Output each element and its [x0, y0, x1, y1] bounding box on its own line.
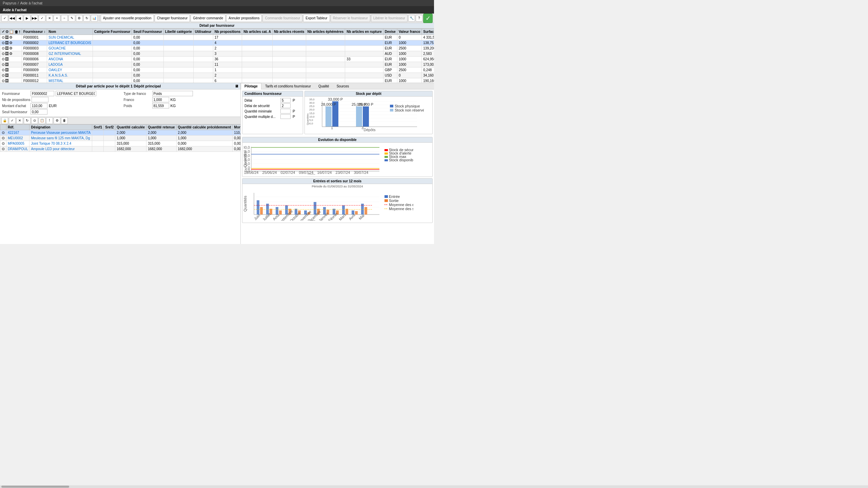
col-fournisseur[interactable]: Fournisseur ↕: [22, 29, 47, 35]
table-row[interactable]: ⊙ 🖼 ⚙ F0000008 GZ INTERNATIONAL 0,00 3 A…: [0, 51, 434, 57]
detail-table-row[interactable]: ⊙ MEU0002 Meuleuse sans fil 125 mm MAKIT…: [0, 136, 241, 141]
col-nbRec[interactable]: Nb articles récents: [273, 29, 306, 35]
qte-min-input[interactable]: [280, 109, 291, 114]
col-libelle[interactable]: Libellé catégorie: [163, 29, 193, 35]
tab-pilotage[interactable]: Pilotage: [241, 83, 261, 89]
breadcrumb-app[interactable]: Papyrus: [3, 1, 16, 5]
generer-commande-btn[interactable]: Générer commande: [191, 15, 225, 22]
liberer-fournisseur-btn[interactable]: Libérer le fournisseur: [371, 15, 408, 22]
detail-row-icon[interactable]: ⊙: [2, 147, 5, 151]
row-info-icon[interactable]: ⊙: [2, 52, 5, 56]
franco-input[interactable]: [152, 97, 169, 102]
annuler-propositions-btn[interactable]: Annuler propositions: [226, 15, 262, 22]
row-info-icon[interactable]: ⊙: [2, 62, 5, 67]
col-devise[interactable]: Devise: [383, 29, 397, 35]
detail-info-btn[interactable]: ⊙: [31, 117, 38, 124]
detail-warn-btn[interactable]: !: [46, 117, 53, 124]
row-info-icon[interactable]: ⊙: [2, 35, 5, 40]
detail-col-sref1[interactable]: Sref1: [92, 125, 104, 130]
table-row[interactable]: ⊙ 🖼 ⚙ F0000001 SUN CHEMICAL 0,00 17 EUR …: [0, 35, 434, 40]
nav-last-btn[interactable]: ▶▶: [31, 15, 38, 22]
qte-mult-input[interactable]: [280, 114, 291, 119]
type-franco-input[interactable]: [152, 91, 193, 96]
table-row[interactable]: ⊙ 🖼 F0000009 OAKLEY 0,00 1 GBP 2500 0,24…: [0, 67, 434, 73]
uncheck-btn[interactable]: ✕: [46, 15, 53, 22]
row-info-icon[interactable]: ⊙: [2, 73, 5, 78]
col-cat[interactable]: Catégorie Fournisseur: [93, 29, 132, 35]
row-info-icon[interactable]: ⊙: [2, 79, 5, 83]
nav-next-btn[interactable]: ▶: [24, 15, 31, 22]
detail-col-sref2[interactable]: Sref2: [104, 125, 115, 130]
fournisseur-name-input[interactable]: [56, 91, 96, 96]
detail-header-icon[interactable]: 🖥: [235, 84, 238, 88]
refresh-btn[interactable]: ↻: [83, 15, 90, 22]
seuil-input[interactable]: [31, 109, 47, 115]
chart-btn[interactable]: 📊: [91, 15, 98, 22]
nb-prop-input[interactable]: [32, 97, 48, 102]
nav-first-btn[interactable]: ◀◀: [9, 15, 16, 22]
add-proposition-btn[interactable]: Ajouter une nouvelle proposition: [101, 15, 154, 22]
detail-delete-btn[interactable]: 🗑: [61, 117, 68, 124]
table-row[interactable]: ⊙ 🖼 ⚙ F0000002 LEFRANC ET BOURGEOIS 0,00…: [0, 40, 434, 46]
tab-sources[interactable]: Sources: [333, 83, 353, 89]
detail-uncheck-btn[interactable]: ✕: [16, 117, 23, 124]
detail-col-qret[interactable]: Quantité retenue: [146, 125, 176, 130]
detail-check-btn[interactable]: ✓: [9, 117, 16, 124]
fournisseur-grid[interactable]: ✓⊙📋🗑! Fournisseur ↕ Nom Catégorie Fourni…: [0, 28, 434, 83]
breadcrumb-page[interactable]: Aide à l'achat: [20, 1, 42, 5]
check-all-btn[interactable]: ✓: [1, 15, 8, 22]
fournisseur-code-input[interactable]: [31, 91, 54, 96]
nav-prev-btn[interactable]: ◀: [16, 15, 23, 22]
detail-grid[interactable]: Réf. Désignation Sref1 Sref2 Quantité ca…: [0, 124, 240, 244]
delai-input[interactable]: [280, 98, 291, 103]
col-seuil[interactable]: Seuil Fournisseur: [132, 29, 163, 35]
detail-col-montant[interactable]: Montant: [233, 125, 240, 130]
table-row[interactable]: ⊙ 🖼 F0000011 K.A.N.S.A.S. 0,00 2 USD 0 3…: [0, 73, 434, 78]
settings-btn[interactable]: ⚙: [76, 15, 83, 22]
export-tableur-btn[interactable]: Export Tableur: [303, 15, 330, 22]
tab-tarifs[interactable]: Tarifs et conditions fournisseur: [261, 83, 315, 89]
help-btn[interactable]: ?: [416, 15, 422, 22]
col-user[interactable]: Utilisateur: [193, 29, 213, 35]
col-surface[interactable]: Surface: [422, 29, 434, 35]
reserver-fournisseur-btn[interactable]: Réserver le fournisseur: [331, 15, 370, 22]
delai-sec-input[interactable]: [280, 103, 291, 108]
row-info-icon[interactable]: ⊙: [2, 46, 5, 50]
commande-fournisseur-btn[interactable]: Commande fournisseur: [262, 15, 302, 22]
row-info-icon[interactable]: ⊙: [2, 57, 5, 61]
change-fournisseur-btn[interactable]: Changer fournisseur: [155, 15, 190, 22]
col-nbEph[interactable]: Nb articles éphémères: [306, 29, 345, 35]
detail-list-btn[interactable]: 📋: [39, 117, 45, 124]
table-row[interactable]: ⊙ 🖼 ⚙ F0000003 GOUACHE 0,00 2 EUR 2500 1…: [0, 46, 434, 51]
row-info-icon[interactable]: ⊙: [2, 68, 5, 72]
minus-btn[interactable]: −: [61, 15, 68, 22]
table-row[interactable]: ⊙ 🖼 F0000006 ANCONA 0,00 36 33 EUR 1000 …: [0, 57, 434, 62]
detail-table-row[interactable]: ⊙ 422167 Perceuse Visseuse percussion MA…: [0, 130, 241, 136]
detail-col-desig[interactable]: Désignation: [29, 125, 92, 130]
detail-row-icon[interactable]: ⊙: [2, 136, 5, 140]
detail-table-row[interactable]: ⊙ MPA00005 Joint Torique 70 08.3 X 2.4 3…: [0, 141, 241, 146]
col-nbRup[interactable]: Nb articles en rupture: [345, 29, 383, 35]
detail-lock-btn[interactable]: 🔒: [1, 117, 8, 124]
detail-row-icon[interactable]: ⊙: [2, 130, 5, 135]
detail-col-qprev[interactable]: Quantité calculée précédemment: [176, 125, 233, 130]
confirm-btn[interactable]: ✓: [423, 14, 433, 23]
col-nbA[interactable]: Nb articles cat. A: [242, 29, 273, 35]
detail-col-ref[interactable]: Réf.: [6, 125, 29, 130]
help-tools-btn[interactable]: 🔧: [408, 15, 415, 22]
col-franco[interactable]: Valeur franco: [397, 29, 421, 35]
col-nom[interactable]: Nom: [47, 29, 93, 35]
check-btn[interactable]: ✓: [39, 15, 45, 22]
table-row[interactable]: ⊙ 🖼 F0000012 MISTRAL 0,00 6 EUR 1000 190…: [0, 78, 434, 83]
tab-qualite[interactable]: Qualité: [315, 83, 333, 89]
table-row[interactable]: ⊙ 🖼 F0000007 LADOGA 0,00 11 EUR 1000 173…: [0, 62, 434, 67]
detail-table-row[interactable]: ⊙ DRAM/POUL Ampoule LED pour détecteur 1…: [0, 146, 241, 152]
detail-row-icon[interactable]: ⊙: [2, 141, 5, 145]
add-btn[interactable]: +: [54, 15, 60, 22]
poids-input[interactable]: [152, 103, 169, 108]
detail-refresh-btn[interactable]: ↻: [24, 117, 31, 124]
detail-col-qcalc[interactable]: Quantité calculée: [115, 125, 146, 130]
edit-btn[interactable]: ✎: [68, 15, 75, 22]
col-nbprop[interactable]: Nb propositions: [213, 29, 242, 35]
row-info-icon[interactable]: ⊙: [2, 41, 5, 45]
